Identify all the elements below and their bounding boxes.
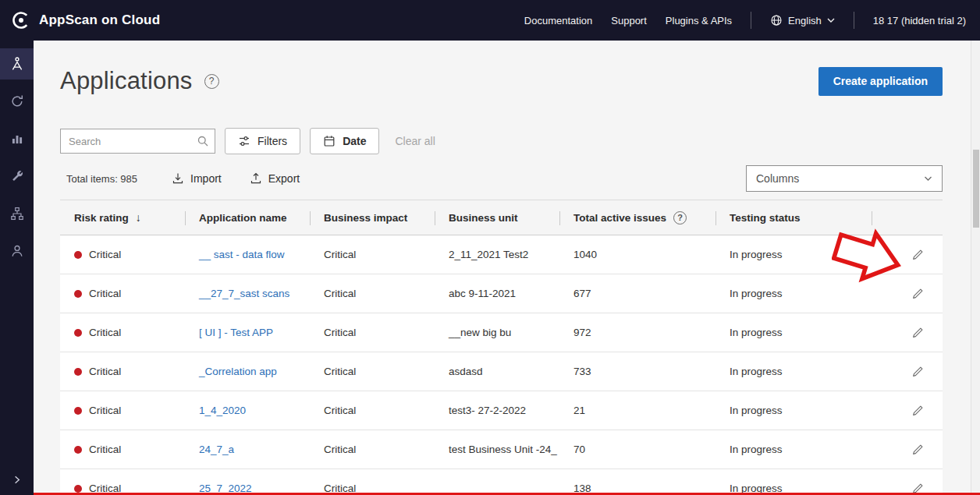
total-items-label: Total items: 985 [66,173,137,185]
business-unit-value: test Business Unit -24_ [435,430,559,468]
business-unit-value: test3- 27-2-2022 [435,391,559,430]
total-issues-value: 733 [559,352,715,391]
business-impact-value: Critical [310,391,435,430]
application-link[interactable]: __ sast - data flow [199,249,285,260]
vertical-scrollbar[interactable] [971,41,980,495]
edit-pencil-icon[interactable] [911,405,924,417]
critical-dot [74,251,82,259]
topbar-separator [854,12,854,29]
edit-pencil-icon[interactable] [911,327,924,339]
risk-rating-value: Critical [89,288,121,299]
business-unit-value: __new big bu [435,313,559,352]
application-link[interactable]: 1_4_2020 [199,405,246,416]
application-link[interactable]: 24_7_a [199,444,234,455]
table-row: Critical 24_7_a Critical test Business U… [60,430,943,469]
export-label: Export [268,172,300,185]
page-title: Applications [60,67,193,95]
columns-label: Columns [756,172,799,185]
brand-title: AppScan on Cloud [39,12,160,28]
sidebar-item-fix-tools[interactable] [0,161,34,192]
edit-pencil-icon[interactable] [911,288,924,300]
search-icon [197,135,209,147]
table-row: Critical __ sast - data flow Critical 2_… [60,235,943,274]
total-issues-value: 138 [559,469,715,495]
testing-status-value: In progress [715,391,872,430]
header-label: Total active issues [573,212,666,224]
testing-status-value: In progress [715,352,872,391]
column-header-business-unit[interactable]: Business unit [435,200,559,235]
topbar-link-plugins-apis[interactable]: Plugins & APIs [666,15,732,27]
header-label: Business impact [324,212,407,224]
application-link[interactable]: __27_7_sast scans [199,288,289,299]
sidebar-item-reports[interactable] [0,123,34,154]
appscan-logo-icon [11,10,31,30]
create-application-button[interactable]: Create application [818,67,943,96]
chevron-right-icon [11,474,23,486]
account-label[interactable]: 18 17 (hidden trial 2) [873,15,966,27]
column-header-application-name[interactable]: Application name [185,200,310,235]
search-input[interactable] [60,129,215,154]
filters-button[interactable]: Filters [225,128,300,154]
export-button[interactable]: Export [250,172,300,185]
help-icon[interactable]: ? [204,74,219,89]
business-unit-value [435,469,559,495]
filters-label: Filters [257,135,287,147]
critical-dot [74,485,82,493]
critical-dot [74,407,82,415]
column-header-business-impact[interactable]: Business impact [310,200,435,235]
brand: AppScan on Cloud [11,10,160,30]
topbar-link-documentation[interactable]: Documentation [524,15,592,27]
critical-dot [74,368,82,376]
testing-status-value: In progress [715,235,872,274]
risk-rating-value: Critical [89,249,121,260]
edit-pencil-icon[interactable] [911,444,924,456]
date-button[interactable]: Date [310,128,379,154]
risk-rating-value: Critical [89,444,121,455]
sidebar-item-applications[interactable] [0,48,34,80]
date-label: Date [343,135,366,147]
testing-status-value: In progress [715,274,872,313]
header-label: Testing status [730,212,801,224]
column-header-testing-status[interactable]: Testing status [715,200,872,235]
column-header-actions [872,200,943,235]
risk-rating-value: Critical [89,366,121,377]
import-label: Import [190,172,222,185]
testing-status-value: In progress [715,469,872,495]
sidebar-item-scans[interactable] [0,86,34,117]
sort-desc-icon[interactable]: ↓ [136,211,141,224]
chevron-down-icon [827,17,835,23]
column-header-risk-rating[interactable]: Risk rating ↓ [60,200,185,235]
sidebar-item-profile[interactable] [0,235,34,267]
main-content: Applications ? Create application Filter… [34,41,971,495]
business-unit-value: abc 9-11-2021 [435,274,559,313]
critical-dot [74,290,82,298]
bar-chart-icon [10,132,24,146]
sidebar-item-organization[interactable] [0,198,34,229]
risk-rating-value: Critical [89,327,121,338]
columns-dropdown[interactable]: Columns [746,165,943,192]
globe-icon [770,14,783,27]
table-row: Critical 25_7_2022 Critical 138 In progr… [60,469,943,495]
person-icon [10,244,24,258]
application-link[interactable]: _Correlation app [199,366,277,377]
clear-all-button[interactable]: Clear all [395,135,435,147]
topbar-link-support[interactable]: Support [611,15,647,27]
hierarchy-icon [10,207,24,221]
topbar: AppScan on Cloud Documentation Support P… [0,0,980,41]
import-button[interactable]: Import [172,172,222,185]
topbar-separator [751,12,751,29]
help-icon[interactable]: ? [673,211,687,225]
testing-status-value: In progress [715,313,872,352]
page-header: Applications ? Create application [60,64,943,98]
table-row: Critical [ UI ] - Test APP Critical __ne… [60,313,943,352]
business-impact-value: Critical [310,469,435,495]
application-link[interactable]: [ UI ] - Test APP [199,327,273,338]
business-impact-value: Critical [310,235,435,274]
sidebar-expand-button[interactable] [0,474,34,486]
language-selector[interactable]: English [770,14,835,27]
scrollbar-thumb[interactable] [973,150,979,228]
table-row: Critical _Correlation app Critical asdas… [60,352,943,391]
edit-pencil-icon[interactable] [911,366,924,378]
edit-pencil-icon[interactable] [911,249,924,261]
column-header-total-active-issues[interactable]: Total active issues ? [559,200,715,235]
